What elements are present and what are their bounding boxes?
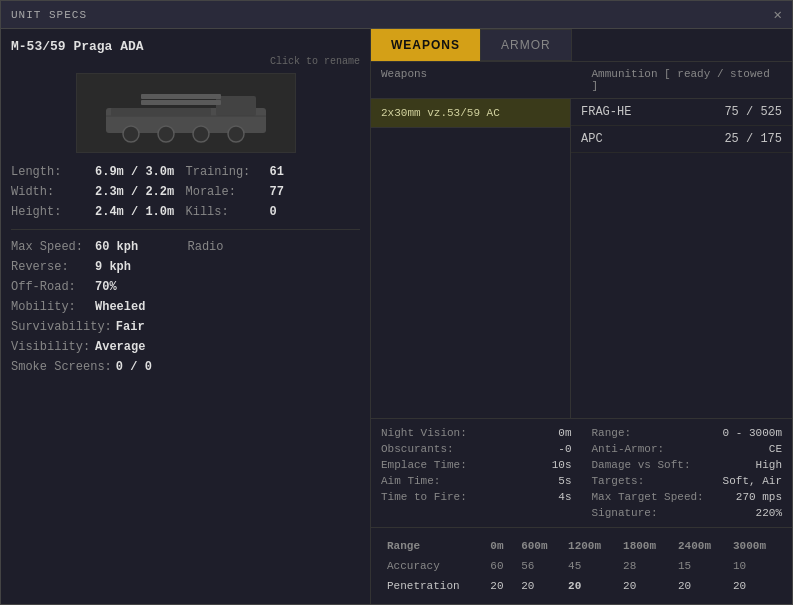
acc-row-value: 15 [672, 556, 727, 576]
ws-label: Aim Time: [381, 475, 471, 487]
stat-row-visibility: Visibility: Average [11, 338, 360, 356]
tab-weapons[interactable]: WEAPONS [371, 29, 480, 61]
weapon-stat-row: Aim Time:5s [381, 475, 572, 487]
left-panel: M-53/59 Praga ADA Click to rename [1, 29, 371, 604]
acc-row-value: 20 [562, 576, 617, 596]
unit-silhouette [86, 78, 286, 148]
weapon-section: Weapons Ammunition [ ready / stowed ] 2x… [371, 62, 792, 604]
training-value: 61 [270, 165, 284, 179]
ammo-count-0: 75 / 525 [724, 105, 782, 119]
ws-value: 220% [756, 507, 782, 519]
weapons-col-header: Weapons [371, 62, 582, 98]
acc-row-value: 28 [617, 556, 672, 576]
ws-label: Signature: [592, 507, 682, 519]
ws-label: Max Target Speed: [592, 491, 704, 503]
ws-value: 10s [552, 459, 572, 471]
smoke-value: 0 / 0 [116, 360, 152, 374]
ws-label: Obscurants: [381, 443, 471, 455]
acc-row-value: 45 [562, 556, 617, 576]
offroad-value: 70% [95, 280, 117, 294]
main-content: M-53/59 Praga ADA Click to rename [1, 29, 792, 604]
ammo-count-1: 25 / 175 [724, 132, 782, 146]
length-value: 6.9m / 3.0m [95, 165, 174, 179]
weapon-stat-row: Damage vs Soft:High [592, 459, 783, 471]
kills-label: Kills: [186, 205, 266, 219]
unit-image [76, 73, 296, 153]
ws-label: Time to Fire: [381, 491, 471, 503]
acc-row-value: 20 [515, 576, 562, 596]
acc-table-element: Range0m600m1200m1800m2400m3000m Accuracy… [381, 536, 782, 596]
weapon-stats-left: Night Vision:0mObscurants:-0Emplace Time… [381, 427, 572, 519]
tabs-bar: WEAPONS ARMOR [371, 29, 792, 62]
ws-value: Soft, Air [723, 475, 782, 487]
training-label: Training: [186, 165, 266, 179]
width-label: Width: [11, 185, 91, 199]
stat-row-reverse: Reverse: 9 kph [11, 258, 360, 276]
height-label: Height: [11, 205, 91, 219]
acc-header-cell: 2400m [672, 536, 727, 556]
weapon-stat-row: Anti-Armor:CE [592, 443, 783, 455]
ws-value: 0m [558, 427, 571, 439]
acc-body-row: Accuracy605645281510 [381, 556, 782, 576]
ws-value: -0 [558, 443, 571, 455]
weapon-stat-row: Time to Fire:4s [381, 491, 572, 503]
length-label: Length: [11, 165, 91, 179]
acc-header-cell: 3000m [727, 536, 782, 556]
ws-label: Emplace Time: [381, 459, 471, 471]
maxspeed-value: 60 kph [95, 240, 138, 254]
acc-row-value: 20 [617, 576, 672, 596]
weapon-item[interactable]: 2x30mm vz.53/59 AC [371, 99, 570, 128]
svg-point-7 [228, 126, 244, 142]
width-value: 2.3m / 2.2m [95, 185, 174, 199]
radio-label: Radio [188, 240, 268, 254]
ammo-list: FRAG-HE 75 / 525 APC 25 / 175 [571, 99, 792, 418]
weapon-stat-row: Obscurants:-0 [381, 443, 572, 455]
acc-row-value: 20 [484, 576, 515, 596]
ws-value: 5s [558, 475, 571, 487]
reverse-label: Reverse: [11, 260, 91, 274]
tab-armor[interactable]: ARMOR [480, 29, 572, 61]
weapon-header: Weapons Ammunition [ ready / stowed ] [371, 62, 792, 99]
weapon-list: 2x30mm vz.53/59 AC [371, 99, 571, 418]
morale-value: 77 [270, 185, 284, 199]
unit-name: M-53/59 Praga ADA [11, 39, 360, 54]
acc-row-value: 60 [484, 556, 515, 576]
ammo-type-1: APC [581, 132, 603, 146]
svg-point-6 [193, 126, 209, 142]
close-button[interactable]: ✕ [774, 8, 782, 22]
ammo-row-0[interactable]: FRAG-HE 75 / 525 [571, 99, 792, 126]
svg-rect-2 [141, 94, 221, 99]
survivability-value: Fair [116, 320, 145, 334]
title-bar: UNIT SPECS ✕ [1, 1, 792, 29]
stat-row-maxspeed: Max Speed: 60 kph [11, 238, 184, 256]
window-title: UNIT SPECS [11, 9, 87, 21]
rename-hint[interactable]: Click to rename [11, 56, 360, 67]
acc-row-value: 10 [727, 556, 782, 576]
stat-row-length: Length: 6.9m / 3.0m [11, 163, 186, 181]
stat-row-training: Training: 61 [186, 163, 361, 181]
acc-row-value: 56 [515, 556, 562, 576]
ws-label: Night Vision: [381, 427, 471, 439]
stat-row-kills: Kills: 0 [186, 203, 361, 221]
right-panel: WEAPONS ARMOR Weapons Ammunition [ ready… [371, 29, 792, 604]
ws-value: High [756, 459, 782, 471]
stats-grid: Length: 6.9m / 3.0m Width: 2.3m / 2.2m H… [11, 163, 360, 221]
ammo-row-1[interactable]: APC 25 / 175 [571, 126, 792, 153]
weapon-stat-row: Signature:220% [592, 507, 783, 519]
stat-row-morale: Morale: 77 [186, 183, 361, 201]
svg-point-4 [123, 126, 139, 142]
ammo-type-0: FRAG-HE [581, 105, 631, 119]
acc-row-label: Accuracy [381, 556, 484, 576]
weapon-stat-row: Range:0 - 3000m [592, 427, 783, 439]
visibility-label: Visibility: [11, 340, 91, 354]
ws-value: CE [769, 443, 782, 455]
acc-header-cell: 600m [515, 536, 562, 556]
stat-col-left: Length: 6.9m / 3.0m Width: 2.3m / 2.2m H… [11, 163, 186, 221]
mobility-label: Mobility: [11, 300, 91, 314]
acc-header-cell: 1200m [562, 536, 617, 556]
acc-header-cell: 1800m [617, 536, 672, 556]
kills-value: 0 [270, 205, 277, 219]
survivability-label: Survivability: [11, 320, 112, 334]
ws-label: Targets: [592, 475, 682, 487]
height-value: 2.4m / 1.0m [95, 205, 174, 219]
